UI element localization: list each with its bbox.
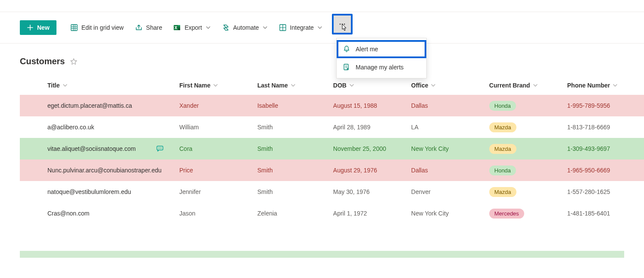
row-office: LA (408, 116, 486, 138)
integrate-button[interactable]: Integrate (275, 21, 327, 34)
row-phone: 1-557-280-1625 (564, 181, 644, 203)
table-row[interactable]: Nunc.pulvinar.arcu@conubianostraper.eduP… (20, 159, 644, 181)
svg-point-12 (158, 148, 159, 149)
table-row[interactable]: natoque@vestibulumlorem.eduJenniferSmith… (20, 181, 644, 203)
row-office: Dallas (408, 95, 486, 116)
svg-point-13 (159, 148, 160, 149)
row-last-name: Smith (254, 159, 330, 181)
share-label: Share (146, 24, 162, 31)
export-button[interactable]: Export (169, 21, 215, 34)
table-row[interactable]: eget.dictum.placerat@mattis.caXanderIsab… (20, 95, 644, 116)
bell-icon (343, 45, 350, 53)
star-outline-icon[interactable] (70, 58, 78, 66)
row-dob: April 1, 1972 (330, 203, 408, 224)
col-office[interactable]: Office (408, 77, 486, 95)
row-first-name: William (176, 116, 254, 138)
export-label: Export (184, 24, 202, 31)
row-dob: April 28, 1989 (330, 116, 408, 138)
share-button[interactable]: Share (131, 21, 166, 34)
svg-rect-2 (178, 25, 180, 26)
col-first-name-label: First Name (179, 82, 210, 89)
row-last-name: Isabelle (254, 95, 330, 116)
row-brand: Mercedes (486, 203, 564, 224)
brand-tag: Honda (489, 101, 516, 111)
more-actions-menu: Alert me Manage my alerts (336, 38, 427, 78)
svg-point-14 (161, 148, 162, 149)
col-title[interactable]: Title (20, 77, 176, 95)
row-brand: Mazda (486, 181, 564, 203)
more-horizontal-icon (338, 20, 346, 28)
table-row[interactable]: Cras@non.comJasonZeleniaApril 1, 1972New… (20, 203, 644, 224)
col-phone-label: Phone Number (567, 82, 610, 89)
row-dob: August 29, 1976 (330, 159, 408, 181)
row-last-name: Smith (254, 181, 330, 203)
brand-tag: Mercedes (489, 209, 524, 219)
row-title[interactable]: Cras@non.com (47, 210, 89, 217)
row-first-name: Xander (176, 95, 254, 116)
row-first-name: Cora (176, 138, 254, 159)
col-brand-label: Current Brand (489, 82, 530, 89)
chevron-down-icon (213, 83, 218, 88)
row-title[interactable]: a@aclibero.co.uk (47, 124, 94, 131)
col-first-name[interactable]: First Name (176, 77, 254, 95)
grid-icon (70, 24, 78, 31)
svg-rect-0 (71, 25, 77, 31)
manage-alerts-label: Manage my alerts (356, 64, 403, 71)
svg-point-7 (340, 24, 341, 25)
automate-button[interactable]: Automate (218, 21, 272, 34)
new-button[interactable]: New (20, 20, 56, 35)
row-office: New York City (408, 138, 486, 159)
alert-me-menu-item[interactable]: Alert me (337, 40, 426, 58)
brand-tag: Honda (489, 166, 516, 175)
comment-icon[interactable] (156, 145, 164, 153)
command-bar: New Edit in grid view Share Export (0, 12, 644, 44)
table-row[interactable]: a@aclibero.co.ukWilliamSmithApril 28, 19… (20, 116, 644, 138)
top-divider (0, 0, 644, 12)
automate-label: Automate (233, 24, 259, 31)
row-brand: Honda (486, 159, 564, 181)
row-phone: 1-995-789-5956 (564, 95, 644, 116)
row-first-name: Jason (176, 203, 254, 224)
manage-alerts-menu-item[interactable]: Manage my alerts (337, 58, 426, 76)
more-actions-button[interactable] (332, 14, 353, 34)
row-title[interactable]: eget.dictum.placerat@mattis.ca (47, 102, 132, 109)
col-last-name-label: Last Name (257, 82, 288, 89)
share-icon (135, 24, 143, 31)
row-brand: Mazda (486, 138, 564, 159)
automate-icon (222, 24, 230, 31)
col-phone[interactable]: Phone Number (564, 77, 644, 95)
col-dob[interactable]: DOB (330, 77, 408, 95)
chevron-down-icon (263, 25, 268, 30)
row-brand: Honda (486, 95, 564, 116)
row-title[interactable]: Nunc.pulvinar.arcu@conubianostraper.edu (47, 167, 162, 174)
svg-point-9 (344, 24, 345, 25)
svg-rect-4 (178, 28, 180, 29)
chevron-down-icon (206, 25, 211, 30)
row-dob: May 30, 1976 (330, 181, 408, 203)
excel-icon (173, 24, 181, 31)
col-last-name[interactable]: Last Name (254, 77, 330, 95)
integrate-label: Integrate (290, 24, 314, 31)
svg-rect-5 (178, 29, 180, 30)
col-dob-label: DOB (333, 82, 347, 89)
edit-grid-label: Edit in grid view (81, 24, 124, 31)
row-title[interactable]: natoque@vestibulumlorem.edu (47, 188, 131, 195)
chevron-down-icon (613, 83, 618, 88)
row-brand: Mazda (486, 116, 564, 138)
row-phone: 1-481-185-6401 (564, 203, 644, 224)
customers-table: Title First Name Last Name DOB (20, 77, 644, 224)
edit-grid-button[interactable]: Edit in grid view (66, 21, 128, 34)
row-title[interactable]: vitae.aliquet@sociisnatoque.com (47, 145, 136, 152)
footer-bar (20, 251, 624, 258)
row-first-name: Jennifer (176, 181, 254, 203)
table-row[interactable]: vitae.aliquet@sociisnatoque.comCoraSmith… (20, 138, 644, 159)
col-brand[interactable]: Current Brand (486, 77, 564, 95)
alert-me-label: Alert me (356, 46, 378, 53)
row-first-name: Price (176, 159, 254, 181)
svg-point-8 (342, 24, 343, 25)
page-title: Customers (20, 56, 65, 66)
chevron-down-icon (431, 83, 436, 88)
row-dob: August 15, 1988 (330, 95, 408, 116)
plus-icon (27, 24, 34, 31)
chevron-down-icon (533, 83, 538, 88)
